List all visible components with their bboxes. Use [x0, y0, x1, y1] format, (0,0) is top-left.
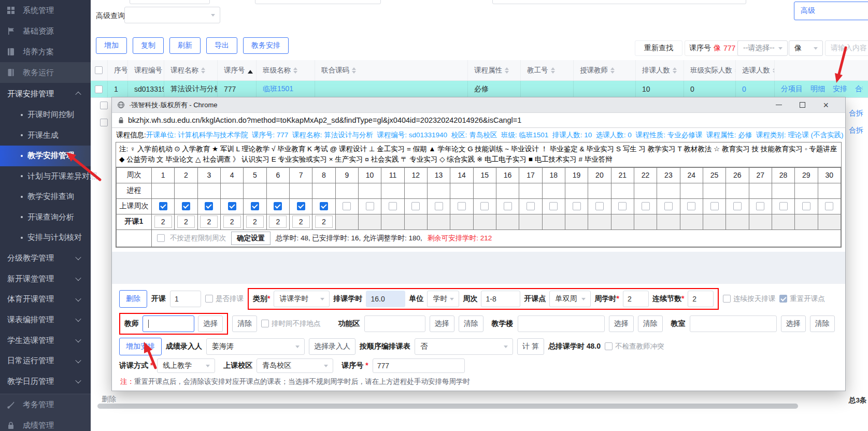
week-hours-input[interactable]: 2: [200, 216, 218, 228]
classroom-clear-button[interactable]: 清除: [810, 315, 835, 332]
unit-select[interactable]: 学时: [427, 291, 459, 307]
campus-select[interactable]: 青岛校区: [257, 358, 333, 373]
week-checkbox[interactable]: [458, 202, 466, 210]
row-checkbox[interactable]: [95, 85, 103, 93]
sidebar-module[interactable]: 系统管理: [0, 0, 91, 21]
sidebar-group[interactable]: 分级教学管理: [0, 248, 91, 269]
week-checkbox[interactable]: [710, 202, 719, 210]
course-no-input[interactable]: 777: [373, 358, 465, 373]
sort-ascending-icon[interactable]: [248, 67, 253, 74]
filter-value-input[interactable]: 请输入内容: [825, 40, 868, 56]
toolbar-button-refresh[interactable]: 刷新: [169, 37, 201, 54]
bottom-delete-button[interactable]: 删除: [102, 395, 116, 404]
column-header[interactable]: 课程属性: [468, 60, 521, 80]
order-select[interactable]: 否: [415, 338, 513, 355]
by-day-checkbox[interactable]: [723, 295, 731, 303]
week-checkbox[interactable]: [411, 202, 420, 210]
merge-split-link[interactable]: 合拆: [849, 126, 863, 135]
func-area-clear-button[interactable]: 清除: [459, 315, 483, 332]
building-clear-button[interactable]: 清除: [638, 315, 663, 332]
advanced-search-button[interactable]: 高级: [794, 2, 868, 20]
week-checkbox[interactable]: [228, 202, 236, 210]
week-hours-input[interactable]: 2: [246, 216, 264, 228]
week-hours-input[interactable]: 2: [315, 216, 333, 228]
weeks-input[interactable]: 1-8: [481, 291, 520, 307]
point-select[interactable]: 单双周: [549, 291, 591, 307]
toolbar-button-add[interactable]: 增加: [96, 37, 127, 54]
class-name-link[interactable]: 临班1501: [263, 84, 293, 94]
calculate-button[interactable]: 计 算: [517, 338, 544, 355]
popup-title-bar[interactable]: ·强智科技·版权所有 - Chrome ×: [112, 97, 845, 113]
horizontal-scrollbar[interactable]: [97, 404, 798, 409]
teacher-clear-button[interactable]: 清除: [232, 315, 257, 332]
row-checkbox[interactable]: [100, 119, 108, 126]
week-checkbox[interactable]: [687, 202, 695, 210]
week-checkbox[interactable]: [389, 202, 397, 210]
sidebar-subitem[interactable]: 开课查询分析: [0, 207, 91, 228]
arrange-hours-input[interactable]: 16.0: [366, 291, 405, 307]
week-checkbox[interactable]: [504, 202, 512, 210]
toolbar-button-copy[interactable]: 复制: [133, 37, 164, 54]
toolbar-button-export[interactable]: 导出: [206, 37, 237, 54]
week-checkbox[interactable]: [274, 202, 282, 210]
week-hours-input[interactable]: 2: [223, 216, 241, 228]
sidebar-group[interactable]: 学生选课管理: [0, 330, 91, 351]
filter-field-select[interactable]: --请选择--: [737, 40, 788, 56]
sidebar-subitem[interactable]: 安排与计划核对: [0, 227, 91, 248]
reset-point-checkbox[interactable]: [779, 295, 787, 303]
sort-icon[interactable]: [505, 65, 509, 76]
column-header[interactable]: 课程名称: [164, 60, 218, 80]
week-hours-input[interactable]: 2: [154, 216, 172, 228]
week-checkbox[interactable]: [642, 202, 650, 210]
session-number-input[interactable]: 1: [170, 291, 201, 307]
sidebar-module[interactable]: 考务管理: [0, 394, 91, 415]
week-checkbox[interactable]: [802, 202, 810, 210]
advanced-query-select[interactable]: [124, 7, 220, 23]
column-header[interactable]: 班级实际人数: [684, 60, 736, 80]
classroom-select-button[interactable]: 选择: [781, 315, 806, 332]
toolbar-button-academic-arrange[interactable]: 教务安排: [243, 37, 289, 54]
week-checkbox[interactable]: [527, 202, 535, 210]
building-input[interactable]: [518, 315, 605, 332]
sidebar-subitem[interactable]: 教学安排管理: [0, 146, 91, 166]
week-checkbox[interactable]: [182, 202, 190, 210]
classroom-input[interactable]: [690, 315, 777, 332]
select-all-checkbox[interactable]: [95, 66, 103, 74]
sidebar-group[interactable]: 新开课堂管理: [0, 268, 91, 289]
sidebar-module[interactable]: 基础资源: [0, 21, 91, 41]
re-search-button[interactable]: 重新查找: [635, 40, 682, 56]
week-checkbox[interactable]: [779, 202, 788, 210]
sort-icon[interactable]: [352, 65, 356, 76]
week-checkbox[interactable]: [159, 202, 167, 210]
continuous-input[interactable]: 2: [688, 291, 714, 307]
sidebar-module[interactable]: 教务运行: [0, 62, 91, 83]
selected-count-link[interactable]: 0: [742, 85, 746, 93]
sidebar-group[interactable]: 课表编排管理: [0, 310, 91, 331]
week-checkbox[interactable]: [733, 202, 742, 210]
sidebar-module[interactable]: 培养方案: [0, 41, 91, 62]
column-header[interactable]: 授课教师: [574, 60, 636, 80]
column-header[interactable]: 班级名称: [257, 60, 315, 80]
search-field-fragment[interactable]: [255, 0, 381, 4]
action-link-detail[interactable]: 明细: [810, 84, 825, 94]
limit-weeks-checkbox[interactable]: [157, 234, 165, 242]
time-only-checkbox[interactable]: [261, 320, 269, 327]
column-header[interactable]: 联合课码: [315, 60, 468, 80]
week-hours-input[interactable]: 2: [292, 216, 310, 228]
week-checkbox[interactable]: [297, 202, 305, 210]
building-select-button[interactable]: 选择: [609, 315, 634, 332]
popup-address-bar[interactable]: bkzhjx.wh.sdu.edu.cn/kkglAction.do?metho…: [112, 113, 845, 128]
column-header[interactable]: 课程编号: [128, 60, 164, 80]
add-arrangement-button[interactable]: 增加安排: [119, 338, 162, 355]
func-area-select-button[interactable]: 选择: [430, 315, 454, 332]
week-checkbox[interactable]: [756, 202, 764, 210]
column-header[interactable]: 排课人数: [636, 60, 684, 80]
week-checkbox[interactable]: [435, 202, 443, 210]
sidebar-group[interactable]: 体育开课管理: [0, 289, 91, 310]
sidebar-module[interactable]: 成绩管理: [0, 415, 91, 431]
sidebar-group-course-arrangement[interactable]: 开课安排管理: [0, 83, 91, 105]
sort-icon[interactable]: [610, 65, 615, 76]
category-select[interactable]: 讲课学时: [274, 291, 330, 307]
close-icon[interactable]: ×: [823, 100, 829, 110]
week-checkbox[interactable]: [549, 202, 558, 210]
